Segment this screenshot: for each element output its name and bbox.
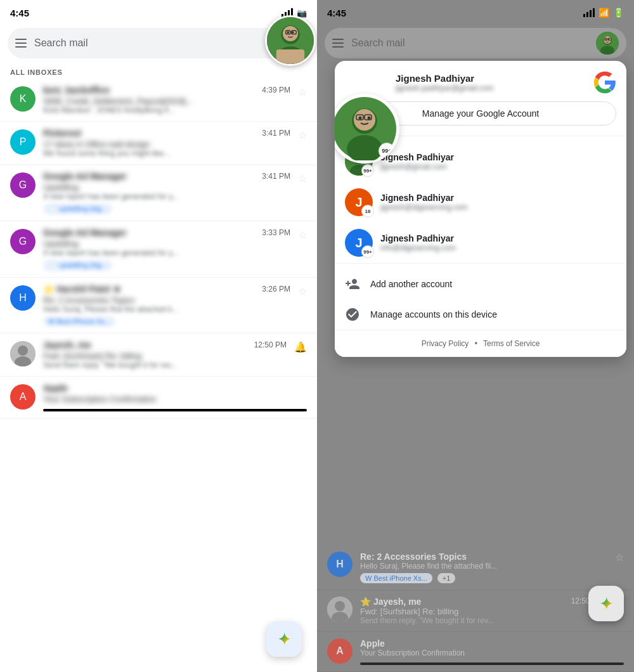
table-row[interactable]: G Google Ad Manager 3:41 PM Upskilling A… [0, 165, 317, 221]
right-mail-sender-j: ⭐ Jayesh, me [360, 597, 421, 607]
mail-content-j: Jayesh, me 12:50 PM Fwd: [Surfshark] Re:… [43, 340, 287, 370]
avatar-g2: G [10, 229, 36, 254]
left-search-bar[interactable]: Search mail [8, 28, 309, 58]
large-avatar-overlay: 99+ [335, 94, 399, 164]
add-account-button[interactable]: Add another account [335, 269, 626, 299]
right-avatar-h: H [327, 552, 353, 577]
right-wifi-icon: 📶 [598, 8, 609, 18]
right-mail-content-h: Re: 2 Accessories Topics Hello Suraj, Pl… [360, 552, 607, 583]
right-mail-item-a[interactable]: A Apple Your Subscription Confirmation [317, 632, 634, 672]
star-icon-h[interactable]: ☆ [298, 285, 307, 297]
terms-of-service-link[interactable]: Terms of Service [483, 339, 540, 348]
right-user-avatar[interactable] [596, 32, 619, 55]
table-row[interactable]: Jayesh, me 12:50 PM Fwd: [Surfshark] Re:… [0, 333, 317, 377]
acc3-badge: 99+ [361, 245, 374, 258]
bottom-indicator [43, 409, 307, 411]
mail-meta-g2: 📄 upskilling (hig... [43, 260, 290, 271]
mail-tag-g1: 📄 upskilling (hig... [43, 204, 112, 214]
mail-tag-h: W Best iPhone Xs... [43, 316, 115, 326]
right-compose-fab-button[interactable]: ✦ [588, 586, 624, 621]
acc2-email: jignesh@digeserving.com [380, 203, 616, 212]
right-search-bar[interactable]: Search mail [325, 28, 626, 58]
avatar-a: A [10, 384, 36, 410]
account-dropdown-card: 99+ Jignesh Padhiyar jignesh.padhiyar@gm… [335, 61, 626, 357]
menu-icon[interactable] [15, 39, 27, 48]
account-name-block: Jignesh Padhiyar jignesh.padhiyar@gmail.… [396, 73, 493, 93]
right-mail-preview-h: Hello Suraj, Please find the attached fi… [360, 562, 607, 571]
left-search-placeholder[interactable]: Search mail [34, 37, 302, 49]
star-icon-j[interactable]: 🔔 [294, 341, 307, 353]
mail-content-p: Pinterest 3:41 PM 17 ideas in Office wal… [43, 128, 290, 158]
svg-point-18 [608, 39, 609, 40]
avatar-j [10, 341, 36, 366]
compose-fab-button[interactable]: ✦ [266, 621, 302, 657]
footer-separator: • [475, 339, 477, 348]
plus-icon: ✦ [277, 629, 292, 650]
manage-accounts-label: Manage accounts on this device [370, 309, 497, 320]
mail-subject-h: Re: 2 Accessories Topics [43, 295, 290, 305]
google-logo [593, 71, 616, 94]
mail-preview-h: Hello Suraj, Please find the attached li… [43, 305, 290, 314]
mail-content-g1: Google Ad Manager 3:41 PM Upskilling A n… [43, 171, 290, 214]
star-icon-p[interactable]: ☆ [298, 129, 307, 141]
mail-content-h: ⭐ Harshil Patel ★ 3:26 PM Re: 2 Accessor… [43, 284, 290, 326]
mail-sender-g2: Google Ad Manager [43, 228, 127, 238]
table-row[interactable]: K keni_backoffice 4:39 PM SEBI_Credit_Se… [0, 79, 317, 122]
mail-sender-j: Jayesh, me [43, 340, 91, 350]
right-panel: 4:45 📶 🔋 Search mail [317, 0, 634, 672]
acc1-badge: 99+ [361, 164, 374, 177]
svg-point-41 [335, 601, 345, 611]
mail-time-g2: 3:33 PM [262, 228, 290, 237]
right-mail-preview-j: Send them reply. "We bought it for rev..… [360, 616, 604, 625]
mail-subject-g2: Upskilling [43, 239, 290, 249]
table-row[interactable]: A Apple Your Subscription Confirmation [0, 377, 317, 418]
mail-preview-k: Kind Attention : JONES KindlyBring if... [43, 106, 290, 115]
add-account-icon [345, 276, 360, 292]
right-plus-icon: ✦ [599, 593, 614, 614]
acc2-avatar-wrapper: J 18 [345, 188, 373, 216]
mail-content-g2: Google Ad Manager 3:33 PM Upskilling A n… [43, 228, 290, 271]
right-mail-preview-a: Your Subscription Confirmation [360, 649, 624, 657]
star-icon-g2[interactable]: ☆ [298, 229, 307, 241]
mail-sender-a: Apple [43, 383, 68, 393]
table-row[interactable]: P Pinterest 3:41 PM 17 ideas in Office w… [0, 122, 317, 165]
acc1-email: jignesh@gmail.com [380, 162, 616, 171]
mail-preview-p: We found some thing you might like... [43, 149, 290, 158]
acc3-email: info@digeserving.com [380, 243, 616, 252]
right-avatar-svg [596, 32, 619, 55]
right-search-placeholder[interactable]: Search mail [351, 37, 588, 49]
mail-sender-h: ⭐ Harshil Patel ★ [43, 284, 121, 294]
mail-content-a: Apple Your Subscription Confirmation [43, 383, 307, 411]
privacy-policy-link[interactable]: Privacy Policy [422, 339, 469, 348]
right-mail-item-h[interactable]: H Re: 2 Accessories Topics Hello Suraj, … [317, 545, 634, 590]
right-menu-icon[interactable] [332, 39, 344, 48]
right-mail-header-j: ⭐ Jayesh, me 12:50 PM [360, 597, 604, 607]
manage-accounts-svg [345, 307, 360, 322]
footer-links: Privacy Policy • Terms of Service [335, 330, 626, 357]
mail-content-k: keni_backoffice 4:39 PM SEBI_Credit_Sett… [43, 85, 290, 115]
mail-time-p: 3:41 PM [262, 129, 290, 138]
star-icon-g1[interactable]: ☆ [298, 172, 307, 184]
mail-preview-g2: A new report has been generated for y... [43, 249, 290, 257]
right-mail-item-j[interactable]: ⭐ Jayesh, me 12:50 PM Fwd: [Surfshark] R… [317, 590, 634, 632]
manage-accounts-button[interactable]: Manage accounts on this device [335, 299, 626, 330]
mail-subject-p: 17 ideas in Office wall design [43, 139, 290, 149]
star-icon-k[interactable]: ☆ [298, 86, 307, 98]
svg-point-17 [605, 39, 606, 40]
user-avatar-large[interactable] [265, 15, 316, 66]
left-status-time: 4:45 [10, 8, 29, 18]
mail-preview-j: Send them reply. "We bought it for rev..… [43, 361, 287, 370]
acc3-info: Jignesh Padhiyar info@digeserving.com [380, 233, 616, 252]
right-mail-sender-h: Re: 2 Accessories Topics [360, 552, 607, 562]
table-row[interactable]: G Google Ad Manager 3:33 PM Upskilling A… [0, 221, 317, 278]
right-star-h[interactable]: ☆ [615, 552, 624, 564]
mail-subject-a: Your Subscription Confirmation [43, 394, 307, 404]
divider-2 [335, 263, 626, 264]
account-item-3[interactable]: J 99+ Jignesh Padhiyar info@digeserving.… [335, 223, 626, 263]
account-item-2[interactable]: J 18 Jignesh Padhiyar jignesh@digeservin… [335, 182, 626, 223]
right-mail-tags-h: W Best iPhone Xs... +1 [360, 573, 607, 583]
table-row[interactable]: H ⭐ Harshil Patel ★ 3:26 PM Re: 2 Access… [0, 278, 317, 333]
acc1-info: Jignesh Padhiyar jignesh@gmail.com [380, 152, 616, 171]
mail-sender-k: keni_backoffice [43, 85, 110, 95]
avatar-h: H [10, 285, 36, 311]
